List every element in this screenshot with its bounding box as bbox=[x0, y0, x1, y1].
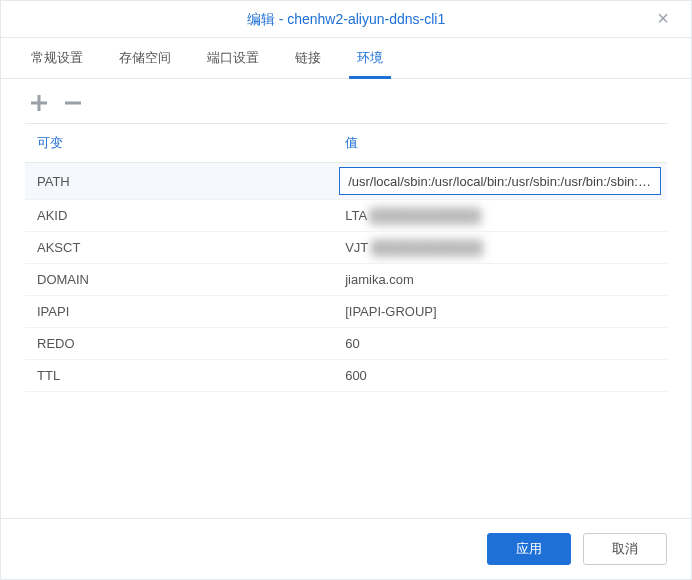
table-row[interactable]: REDO60 bbox=[25, 328, 667, 360]
env-key-cell[interactable]: PATH bbox=[25, 163, 333, 200]
remove-button[interactable] bbox=[59, 89, 87, 117]
cancel-button[interactable]: 取消 bbox=[583, 533, 667, 565]
tab-storage[interactable]: 存储空间 bbox=[101, 38, 189, 78]
close-button[interactable]: × bbox=[645, 1, 681, 37]
env-table-wrap: 可变 值 PATHAKIDLTA ████████████AKSCTVJT ██… bbox=[1, 123, 691, 518]
table-row[interactable]: AKIDLTA ████████████ bbox=[25, 200, 667, 232]
apply-button[interactable]: 应用 bbox=[487, 533, 571, 565]
redacted-text: ████████████ bbox=[366, 208, 480, 223]
env-table: 可变 值 PATHAKIDLTA ████████████AKSCTVJT ██… bbox=[25, 123, 667, 392]
env-value-cell[interactable]: 60 bbox=[333, 328, 667, 360]
tab-label: 环境 bbox=[357, 49, 383, 67]
plus-icon bbox=[28, 92, 50, 114]
env-key-cell[interactable]: REDO bbox=[25, 328, 333, 360]
env-key-cell[interactable]: TTL bbox=[25, 360, 333, 392]
dialog-title: 编辑 - chenhw2-aliyun-ddns-cli1 bbox=[247, 11, 445, 27]
svg-rect-1 bbox=[31, 102, 47, 105]
tab-label: 端口设置 bbox=[207, 49, 259, 67]
table-row[interactable]: IPAPI[IPAPI-GROUP] bbox=[25, 296, 667, 328]
tab-general[interactable]: 常规设置 bbox=[13, 38, 101, 78]
table-header-row: 可变 值 bbox=[25, 124, 667, 163]
env-key-cell[interactable]: AKID bbox=[25, 200, 333, 232]
env-value-cell[interactable]: VJT ████████████ bbox=[333, 232, 667, 264]
dialog-header: 编辑 - chenhw2-aliyun-ddns-cli1 × bbox=[1, 1, 691, 38]
toolbar bbox=[1, 79, 691, 123]
tab-label: 链接 bbox=[295, 49, 321, 67]
tab-label: 常规设置 bbox=[31, 49, 83, 67]
add-button[interactable] bbox=[25, 89, 53, 117]
tab-env[interactable]: 环境 bbox=[339, 38, 401, 78]
table-row[interactable]: AKSCTVJT ████████████ bbox=[25, 232, 667, 264]
env-value-prefix: VJT bbox=[345, 240, 368, 255]
env-value-cell[interactable]: 600 bbox=[333, 360, 667, 392]
env-value-cell[interactable]: jiamika.com bbox=[333, 264, 667, 296]
tab-links[interactable]: 链接 bbox=[277, 38, 339, 78]
tab-ports[interactable]: 端口设置 bbox=[189, 38, 277, 78]
table-row[interactable]: TTL600 bbox=[25, 360, 667, 392]
env-value-prefix: LTA bbox=[345, 208, 366, 223]
table-row[interactable]: PATH bbox=[25, 163, 667, 200]
env-key-cell[interactable]: IPAPI bbox=[25, 296, 333, 328]
col-header-key[interactable]: 可变 bbox=[25, 124, 333, 163]
env-value-cell[interactable]: LTA ████████████ bbox=[333, 200, 667, 232]
env-key-cell[interactable]: AKSCT bbox=[25, 232, 333, 264]
env-value-cell[interactable]: [IPAPI-GROUP] bbox=[333, 296, 667, 328]
env-value-input[interactable] bbox=[339, 167, 661, 195]
dialog: 编辑 - chenhw2-aliyun-ddns-cli1 × 常规设置存储空间… bbox=[0, 0, 692, 580]
col-header-value[interactable]: 值 bbox=[333, 124, 667, 163]
env-value-cell[interactable] bbox=[333, 163, 667, 200]
svg-rect-2 bbox=[65, 102, 81, 105]
redacted-text: ████████████ bbox=[368, 240, 482, 255]
tab-label: 存储空间 bbox=[119, 49, 171, 67]
table-row[interactable]: DOMAINjiamika.com bbox=[25, 264, 667, 296]
env-key-cell[interactable]: DOMAIN bbox=[25, 264, 333, 296]
dialog-footer: 应用 取消 bbox=[1, 518, 691, 579]
minus-icon bbox=[62, 92, 84, 114]
tab-bar: 常规设置存储空间端口设置链接环境 bbox=[1, 38, 691, 79]
